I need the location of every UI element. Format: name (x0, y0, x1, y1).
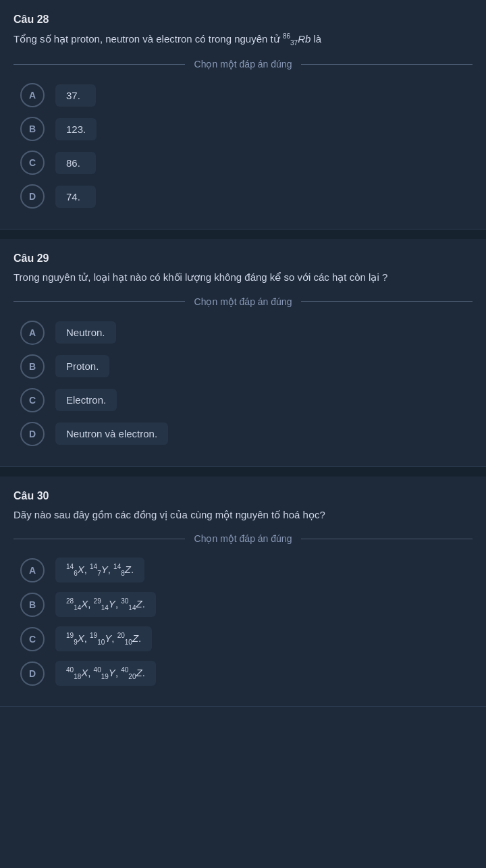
gap-1 (0, 229, 486, 239)
question-30-options: A 146X, 147Y, 148Z. B 2814X, 2914Y, 3014… (14, 558, 473, 686)
option-28-c[interactable]: C 86. (20, 151, 466, 175)
option-30-c[interactable]: C 199X, 1910Y, 2010Z. (20, 626, 466, 651)
option-29-b-value: Proton. (55, 355, 109, 377)
divider-line-left-30 (14, 539, 185, 539)
option-28-a-value: 37. (55, 84, 96, 107)
question-29-number: Câu 29 (14, 252, 473, 265)
option-30-b-value: 2814X, 2914Y, 3014Z. (55, 592, 156, 617)
option-30-b[interactable]: B 2814X, 2914Y, 3014Z. (20, 592, 466, 617)
option-28-b-value: 123. (55, 118, 97, 140)
option-28-c-letter: C (20, 151, 45, 175)
option-28-a[interactable]: A 37. (20, 83, 466, 107)
divider-label: Chọn một đáp án đúng (185, 59, 302, 70)
option-28-d-value: 74. (55, 186, 96, 208)
option-29-a[interactable]: A Neutron. (20, 321, 466, 345)
option-29-b[interactable]: B Proton. (20, 354, 466, 379)
divider-line-left (14, 64, 185, 65)
question-30: Câu 30 Dãy nào sau đây gồm các đồng vị c… (0, 477, 486, 707)
option-30-d-value: 4018X, 4019Y, 4020Z. (55, 661, 156, 686)
question-29-divider: Chọn một đáp án đúng (14, 296, 473, 307)
question-28-text: Tổng số hạt proton, neutron và electron … (14, 31, 473, 48)
option-29-d[interactable]: D Neutron và electron. (20, 422, 466, 446)
option-28-a-letter: A (20, 83, 45, 107)
question-28-divider: Chọn một đáp án đúng (14, 59, 473, 70)
option-29-c-letter: C (20, 388, 45, 412)
divider-line-right (301, 64, 473, 65)
option-28-b[interactable]: B 123. (20, 117, 466, 141)
divider-label-30: Chọn một đáp án đúng (185, 533, 302, 544)
question-29-text: Trong nguyên tử, loại hạt nào có khối lư… (14, 270, 473, 286)
option-29-a-value: Neutron. (55, 321, 116, 344)
question-28: Câu 28 Tổng số hạt proton, neutron và el… (0, 0, 486, 229)
option-30-a-value: 146X, 147Y, 148Z. (55, 558, 144, 582)
option-29-d-letter: D (20, 422, 45, 446)
option-30-a[interactable]: A 146X, 147Y, 148Z. (20, 558, 466, 582)
divider-line-right-30 (301, 539, 473, 539)
option-30-b-letter: B (20, 593, 45, 617)
question-28-number: Câu 28 (14, 13, 473, 26)
option-30-c-value: 199X, 1910Y, 2010Z. (55, 626, 152, 651)
question-30-number: Câu 30 (14, 490, 473, 502)
option-29-c[interactable]: C Electron. (20, 388, 466, 412)
question-28-options: A 37. B 123. C 86. D 74. (14, 83, 473, 209)
option-30-d-letter: D (20, 661, 45, 686)
option-28-d[interactable]: D 74. (20, 184, 466, 209)
option-30-d[interactable]: D 4018X, 4019Y, 4020Z. (20, 661, 466, 686)
question-29-options: A Neutron. B Proton. C Electron. D Neutr… (14, 321, 473, 446)
divider-line-left-29 (14, 301, 185, 302)
question-29: Câu 29 Trong nguyên tử, loại hạt nào có … (0, 239, 486, 467)
option-28-b-letter: B (20, 117, 45, 141)
divider-line-right-29 (301, 301, 473, 302)
option-29-b-letter: B (20, 354, 45, 379)
option-29-c-value: Electron. (55, 389, 117, 411)
question-30-divider: Chọn một đáp án đúng (14, 533, 473, 544)
gap-2 (0, 467, 486, 477)
option-28-c-value: 86. (55, 152, 96, 174)
option-29-a-letter: A (20, 321, 45, 345)
divider-label-29: Chọn một đáp án đúng (185, 296, 302, 307)
option-29-d-value: Neutron và electron. (55, 423, 168, 445)
question-30-text: Dãy nào sau đây gồm các đồng vị của cùng… (14, 508, 473, 523)
option-28-d-letter: D (20, 184, 45, 209)
option-30-c-letter: C (20, 627, 45, 651)
option-30-a-letter: A (20, 558, 45, 582)
